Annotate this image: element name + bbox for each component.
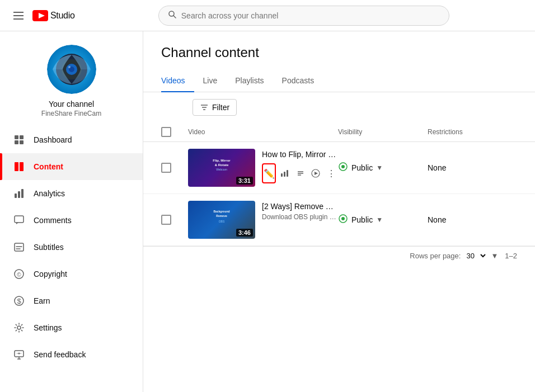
svg-text:$: $ [17,297,21,305]
filter-icon [200,103,209,112]
sidebar-item-comments[interactable]: Comments [0,207,143,234]
channel-name: Your channel [49,100,94,108]
svg-rect-42 [287,170,288,177]
studio-text: Studio [50,11,75,21]
row2-visibility: Public ▼ [338,214,428,226]
svg-marker-47 [315,172,318,175]
row1-edit-button[interactable]: ✏️ [262,163,276,183]
hamburger-menu-button[interactable] [9,7,28,24]
row1-checkbox[interactable] [161,163,171,173]
tab-podcasts[interactable]: Podcasts [273,69,323,92]
gear-icon [13,322,25,333]
table-row: Flip, Mirror & Rotate Webcam 3:31 How to… [143,142,535,194]
row1-check [161,163,188,173]
select-all-checkbox[interactable] [161,127,171,137]
row2-video-cell: Background Remove OBS 3:46 [2 Ways] Remo… [188,201,338,239]
svg-rect-19 [15,216,24,223]
row1-video-title: How to Flip, Mirror & Rotate Webcam ... [262,150,338,159]
sidebar-item-settings[interactable]: Settings [0,314,143,341]
sidebar-item-subtitles[interactable]: Subtitles [0,234,143,261]
svg-rect-15 [20,162,24,171]
search-bar [158,6,449,26]
rows-value: ▼ [491,252,498,260]
svg-rect-20 [15,243,24,251]
row1-thumb-visual: Flip, Mirror & Rotate Webcam [190,151,253,179]
rows-label: Rows per page: [410,252,461,260]
svg-rect-14 [15,162,18,171]
filter-label: Filter [212,103,229,112]
row1-visibility-label: Public [351,163,373,172]
row2-thumbnail: Background Remove OBS 3:46 [188,201,255,239]
tab-live[interactable]: Live [194,69,227,92]
tab-videos[interactable]: Videos [161,69,194,92]
filter-button[interactable]: Filter [193,99,237,116]
copyright-icon: © [13,268,25,280]
sidebar-item-label-earn: Earn [34,296,50,305]
sidebar-item-label-copyright: Copyright [34,270,67,278]
layout: Your channel FineShare FineCam Dashboard… [0,31,535,392]
row2-visibility-dropdown[interactable]: ▼ [376,216,383,224]
row2-video-title: [2 Ways] Remove OBS Background wit... [262,202,338,211]
row1-visibility-icon [338,162,348,174]
row2-checkbox[interactable] [161,215,171,225]
row2-visibility-label: Public [351,215,373,224]
svg-point-54 [341,217,345,220]
sidebar-item-copyright[interactable]: © Copyright [0,261,143,287]
svg-text:Webcam: Webcam [216,168,227,171]
search-input[interactable] [181,11,440,20]
rows-select-input[interactable]: 30 50 100 [464,251,487,261]
svg-text:Background: Background [213,210,229,213]
search-input-wrap [158,6,449,26]
sidebar-item-dashboard[interactable]: Dashboard [0,126,143,153]
sidebar-item-label-dashboard: Dashboard [34,135,72,144]
row1-visibility-dropdown[interactable]: ▼ [376,164,383,172]
row1-comments-button[interactable] [294,163,307,183]
svg-text:Remove: Remove [216,214,227,218]
page-title: Channel content [161,45,517,60]
sidebar-item-analytics[interactable]: Analytics [0,180,143,207]
tab-playlists[interactable]: Playlists [226,69,273,92]
sidebar-item-label-analytics: Analytics [34,189,65,198]
svg-rect-13 [20,140,24,144]
row1-youtube-button[interactable] [309,163,323,183]
channel-handle: FineShare FineCam [41,110,101,117]
svg-rect-40 [281,173,283,177]
row1-restrictions: None [428,163,517,172]
topbar: Studio [0,0,535,31]
rows-per-page: Rows per page: 30 50 100 ▼ [410,251,498,261]
main-content: Channel content Videos Live Playlists Po… [143,31,535,392]
sidebar-item-content[interactable]: Content [0,153,143,180]
youtube-logo-icon [32,10,48,21]
svg-rect-41 [284,172,285,177]
row1-more-button[interactable]: ⋮ [325,163,338,183]
svg-rect-10 [15,135,18,139]
row1-duration: 3:31 [236,177,253,185]
svg-point-27 [17,326,21,329]
svg-rect-18 [21,189,24,198]
row1-video-cell: Flip, Mirror & Rotate Webcam 3:31 How to… [188,149,338,187]
sidebar-item-label-settings: Settings [34,323,62,332]
comment-icon [13,215,25,226]
svg-text:OBS: OBS [219,220,225,223]
sidebar-item-send-feedback[interactable]: Send feedback [0,341,143,368]
header-visibility: Visibility [338,128,428,136]
channel-info: Your channel FineShare FineCam [0,31,143,126]
row1-visibility: Public ▼ [338,162,428,174]
sidebar-item-label-send-feedback: Send feedback [34,350,86,359]
svg-text:& Rotate: & Rotate [215,163,229,167]
row1-analytics-button[interactable] [278,163,292,183]
table-row: Background Remove OBS 3:46 [2 Ways] Remo… [143,194,535,246]
row2-video-desc: Download OBS plugin Portrait Segmentatio… [262,213,338,221]
row2-video-info: [2 Ways] Remove OBS Background wit... Do… [262,201,338,221]
svg-text:©: © [17,272,21,278]
pagination-row: Rows per page: 30 50 100 ▼ 1–2 [143,246,535,265]
page-range: 1–2 [505,252,517,260]
svg-text:Flip, Mirror: Flip, Mirror [213,159,231,162]
channel-avatar [47,45,96,94]
topbar-left: Studio [9,7,75,24]
youtube-studio-logo[interactable]: Studio [32,10,75,21]
sidebar-item-earn[interactable]: $ Earn [0,287,143,314]
bar-chart-icon [13,188,25,199]
svg-rect-12 [15,140,18,144]
row2-thumb-visual: Background Remove OBS [190,203,253,231]
